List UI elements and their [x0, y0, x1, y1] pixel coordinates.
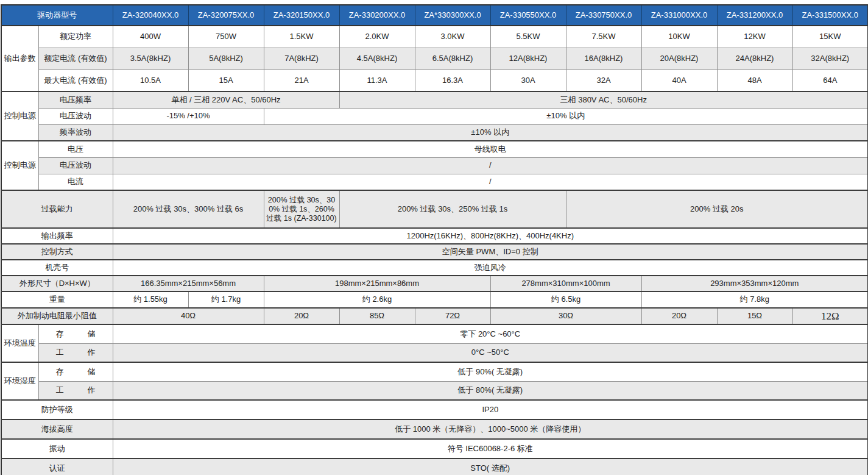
- row-humidity-storage: 环境湿度 存 储 低于 90%( 无凝露): [1, 362, 868, 381]
- row-voltage-fluctuation: 电压波动 -15% /+10% ±10% 以内: [1, 108, 868, 124]
- spec-cell: 3.5A(8kHZ): [113, 48, 188, 70]
- spec-cell: 200% 过载 30s、300% 过载 1s、260% 过载 1s (ZA-33…: [264, 190, 339, 228]
- model-header-cell: ZA-320040XX.0: [113, 5, 188, 26]
- spec-cell: ±10% 以内: [264, 108, 868, 124]
- spec-cell: 278mm×310mm×100mm: [490, 276, 641, 291]
- row-overload: 过载能力 200% 过载 30s、300% 过载 6s 200% 过载 30s、…: [1, 190, 868, 228]
- spec-cell: 200% 过载 30s、300% 过载 6s: [113, 190, 264, 228]
- row-label: 外加制动电阻最小阻值: [1, 308, 113, 324]
- spec-cell: 母线取电: [113, 141, 868, 157]
- spec-cell: 166.35mm×215mm×56mm: [113, 276, 264, 291]
- spec-cell: 750W: [188, 26, 264, 48]
- row-label: 电压频率: [38, 91, 113, 108]
- row-label: 电压: [38, 141, 113, 157]
- spec-cell: 200% 过载 30s、250% 过载 1s: [339, 190, 566, 228]
- row-weight: 重量 约 1.55kg 约 1.7kg 约 2.6kg 约 6.5kg 约 7.…: [1, 291, 868, 308]
- spec-cell: 200% 过载 20s: [566, 190, 868, 228]
- model-header-cell: ZA-330200XX.0: [339, 5, 415, 26]
- spec-cell: 零下 20°C ~60°C: [113, 324, 868, 343]
- spec-cell: IP20: [113, 400, 868, 420]
- spec-cell: 15Ω: [717, 308, 792, 324]
- spec-cell: 11.3A: [339, 70, 415, 91]
- row-dimensions: 外形尺寸（D×H×W） 166.35mm×215mm×56mm 198mm×21…: [1, 276, 868, 291]
- spec-cell: 约 1.55kg: [113, 291, 188, 308]
- spec-cell: 24A(8kHZ): [717, 48, 792, 70]
- row-rated-current: 额定电流 (有效值) 3.5A(8kHZ) 5A(8kHZ) 7A(8kHZ) …: [1, 48, 868, 70]
- row-label: 海拔高度: [1, 420, 113, 439]
- row-label: 输出频率: [1, 228, 113, 244]
- spec-cell: STO( 选配): [113, 459, 868, 475]
- model-header-row: 驱动器型号 ZA-320040XX.0 ZA-320075XX.0 ZA-320…: [1, 5, 868, 26]
- group-label-output-params: 输出参数: [1, 26, 38, 91]
- spec-cell: ±10% 以内: [113, 124, 868, 141]
- spec-cell: 12Ω: [792, 308, 868, 324]
- row-frequency-fluctuation: 频率波动 ±10% 以内: [1, 124, 868, 141]
- model-header-title: 驱动器型号: [1, 5, 113, 26]
- spec-cell: 21A: [264, 70, 339, 91]
- spec-cell: 约 2.6kg: [264, 291, 490, 308]
- row-label: 防护等级: [1, 400, 113, 420]
- row-temp-storage: 环境温度 存 储 零下 20°C ~60°C: [1, 324, 868, 343]
- spec-cell: 单相 / 三相 220V AC、50/60Hz: [113, 91, 339, 108]
- model-header-cell: ZA-330550XX.0: [490, 5, 566, 26]
- group-label-ambient-temperature: 环境温度: [1, 324, 38, 362]
- spec-cell: 7A(8kHZ): [264, 48, 339, 70]
- row-label: 过载能力: [1, 190, 113, 228]
- spec-cell: 1.5KW: [264, 26, 339, 48]
- spec-cell: 符号 IEC60068-2-6 标准: [113, 439, 868, 459]
- spec-cell: 0°C ~50°C: [113, 343, 868, 362]
- spec-cell: 三相 380V AC、50/60Hz: [339, 91, 868, 108]
- spec-cell: 12A(8kHZ): [490, 48, 566, 70]
- spec-cell: 10.5A: [113, 70, 188, 91]
- row-altitude: 海拔高度 低于 1000 米（无降容）、1000~5000 米（降容使用）: [1, 420, 868, 439]
- spec-cell: 12KW: [717, 26, 792, 48]
- spec-cell: 48A: [717, 70, 792, 91]
- spec-cell: 低于 80%( 无凝露): [113, 381, 868, 400]
- spec-cell: 低于 90%( 无凝露): [113, 362, 868, 381]
- spec-cell: 400W: [113, 26, 188, 48]
- row-brake-resistor: 外加制动电阻最小阻值 40Ω 20Ω 85Ω 72Ω 30Ω 20Ω 15Ω 1…: [1, 308, 868, 324]
- row-label: 外形尺寸（D×H×W）: [1, 276, 113, 291]
- row-temp-operating: 工 作 0°C ~50°C: [1, 343, 868, 362]
- row-control-voltage-fluctuation: 电压波动 /: [1, 157, 868, 174]
- row-vibration: 振动 符号 IEC60068-2-6 标准: [1, 439, 868, 459]
- row-control-current: 电流 /: [1, 174, 868, 190]
- spec-cell: 293mm×353mm×120mm: [641, 276, 868, 291]
- model-header-cell: ZA-331500XX.0: [792, 5, 868, 26]
- row-label: 控制方式: [1, 244, 113, 260]
- spec-cell: 20Ω: [641, 308, 717, 324]
- spec-cell: 5A(8kHZ): [188, 48, 264, 70]
- row-voltage-frequency: 控制电源 电压频率 单相 / 三相 220V AC、50/60Hz 三相 380…: [1, 91, 868, 108]
- spec-cell: 15A: [188, 70, 264, 91]
- spec-cell: 2.0KW: [339, 26, 415, 48]
- spec-table: 驱动器型号 ZA-320040XX.0 ZA-320075XX.0 ZA-320…: [1, 4, 868, 475]
- spec-cell: 1200Hz(16KHz)、800Hz(8KHz)、400Hz(4KHz): [113, 228, 868, 244]
- spec-cell: 198mm×215mm×86mm: [264, 276, 490, 291]
- row-label: 存 储: [38, 362, 113, 381]
- spec-cell: 20Ω: [264, 308, 339, 324]
- row-label: 存 储: [38, 324, 113, 343]
- spec-cell: /: [113, 174, 868, 190]
- spec-cell: 7.5KW: [566, 26, 641, 48]
- model-header-cell: ZA-320075XX.0: [188, 5, 264, 26]
- group-label-ambient-humidity: 环境湿度: [1, 362, 38, 400]
- spec-cell: 20A(8kHZ): [641, 48, 717, 70]
- row-label: 额定功率: [38, 26, 113, 48]
- spec-cell: 16.3A: [415, 70, 490, 91]
- row-output-frequency: 输出频率 1200Hz(16KHz)、800Hz(8KHz)、400Hz(4KH…: [1, 228, 868, 244]
- row-humidity-operating: 工 作 低于 80%( 无凝露): [1, 381, 868, 400]
- spec-cell: 空间矢量 PWM、ID=0 控制: [113, 244, 868, 260]
- row-label: 振动: [1, 439, 113, 459]
- group-label-control-power: 控制电源: [1, 141, 38, 190]
- spec-cell: 6.5A(8kHZ): [415, 48, 490, 70]
- page: 驱动器型号 ZA-320040XX.0 ZA-320075XX.0 ZA-320…: [0, 0, 868, 475]
- spec-cell: 30Ω: [490, 308, 641, 324]
- spec-cell: 40Ω: [113, 308, 264, 324]
- spec-cell: 16A(8kHZ): [566, 48, 641, 70]
- spec-cell: 10KW: [641, 26, 717, 48]
- row-label: 认证: [1, 459, 113, 475]
- spec-cell: 强迫风冷: [113, 260, 868, 276]
- row-control-method: 控制方式 空间矢量 PWM、ID=0 控制: [1, 244, 868, 260]
- spec-cell: 32A: [566, 70, 641, 91]
- group-label-main-power: 控制电源: [1, 91, 38, 141]
